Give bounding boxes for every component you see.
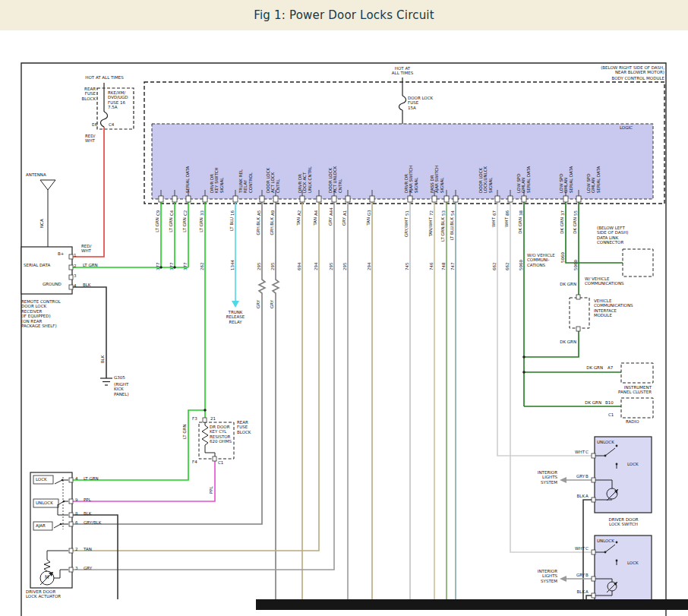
bcm-pin-label: 55: [573, 204, 578, 216]
driver-switch-gry-label: GRY: [568, 474, 585, 479]
dk-grn-label-above-vcim: DK GRN: [552, 282, 576, 286]
interior-lights-system-1: INTERIOR LIGHTS SYSTEM: [522, 470, 557, 485]
driver-switch-unlock-label: UNLOCK: [597, 440, 614, 444]
wire-color-label: LT GRN/BLK: [440, 217, 445, 245]
bcm-pin-label: C4: [169, 204, 174, 216]
wire-number-label: 377: [169, 252, 174, 270]
gry-wire-label-1: GRY: [256, 295, 260, 308]
passenger-door-lock-switch-box: [595, 535, 652, 602]
driver-switch-pin-c: C: [585, 450, 589, 454]
wire-color-label: TAN: [313, 217, 317, 245]
passenger-switch-lock-label: LOCK: [627, 561, 639, 565]
driver-switch-wht-label: WHT: [568, 450, 585, 454]
bcm-function-label: DOOR LOCK ACT LOCK CNTRL: [266, 126, 280, 193]
wire-number-label: 294: [367, 252, 371, 270]
vcim-caption: VEHICLE COMMUNICATIONS INTERFACE MODULE: [594, 299, 633, 318]
actuator-pin-number: 8: [75, 511, 83, 516]
actuator-pin-color: PPL: [84, 498, 114, 502]
passenger-switch-blk-label: BLK: [568, 589, 585, 594]
receiver-pin-3: 3: [74, 273, 77, 278]
motor-symbol-label: M: [45, 575, 49, 581]
ground-symbol: [100, 378, 112, 385]
fuse16-label: RKE/XM/ DVD/UGD FUSE 16 7.5A: [108, 90, 128, 110]
bcm-logic-label: LOGIC: [620, 125, 633, 130]
actuator-pin-color: GRY: [84, 566, 114, 570]
wire-color-label: GRY/WHT: [404, 217, 409, 245]
actuator-pin-color: BLK: [84, 511, 114, 516]
wire-color-label: LT GRN: [169, 217, 173, 245]
blk-wire-label: BLK: [100, 348, 105, 363]
door-lock-fuse-label: DOOR LOCK FUSE 15A: [408, 96, 433, 110]
wire-color-label: TAN: [366, 217, 371, 245]
bcm-title: BODY CONTROL MODULE: [541, 76, 664, 81]
bcm-function-label: DRVR DR LOCK ACT UNLK CNTRL: [298, 126, 312, 193]
actuator-pin-number: 4: [75, 476, 83, 481]
wire-number-label: 662: [505, 252, 510, 270]
power-feed-center-fuse: [399, 77, 406, 124]
bcm-pin-label: A1: [342, 204, 347, 216]
actuator-pin-number: 3: [75, 566, 83, 570]
instrument-panel-cluster-caption: INSTRUMENT PANEL CLUSTER: [598, 385, 652, 395]
bcm-pin-label: A44: [329, 204, 333, 216]
receiver-wire4-label: BLK: [83, 283, 90, 287]
actuator-box: [30, 472, 72, 588]
radio-pin-c1: C1: [608, 412, 614, 417]
interior-lights-system-2: INTERIOR LIGHTS SYSTEM: [522, 569, 557, 583]
wire-number-label: 746: [429, 252, 434, 270]
bcm-function-label: LOW SPD GMLAN SERIAL DATA: [559, 126, 573, 193]
bcm-pin-label: G3: [367, 204, 371, 216]
bcm-function-label: DRVR DR AJAR SWITCH SIGNAL: [404, 126, 418, 193]
actuator-lock-label: LOCK: [36, 477, 47, 482]
resistor-pin-21: 21: [210, 416, 216, 421]
wire-color-label: LT BLU/BLK: [450, 217, 454, 245]
actuator-caption: DRIVER DOOR LOCK ACTUATOR: [26, 589, 61, 599]
resistor-pin-f4: F4: [192, 460, 197, 464]
bcm-function-label: LOW SPD GMLAN SERIAL DATA: [586, 126, 601, 193]
bcm-function-label: DOOR LOCK LOCK/UNLCK SIGNAL: [478, 126, 493, 193]
pin-e6: E6: [92, 122, 97, 127]
wire-color-label: GRY: [342, 217, 346, 245]
ground-id: G305: [114, 375, 125, 380]
pin-c4: C4: [109, 122, 114, 127]
wire-red-wht: [72, 127, 104, 257]
dk-grn-label-radio: DK GRN: [568, 400, 601, 405]
gry-wire-label-2: GRY: [270, 295, 274, 308]
bcm-location: (BELOW RIGHT SIDE OF DASH, NEAR BLOWER M…: [530, 65, 664, 75]
rear-fuse-block-label: REAR FUSE BLOCK: [73, 87, 96, 101]
receiver-b-plus: B+: [58, 251, 64, 256]
hot-at-all-times-center: HOT AT ALL TIMES: [378, 66, 427, 76]
actuator-pin-color: TAN: [84, 547, 114, 551]
actuator-pin-color: GRY/BLK: [84, 520, 114, 525]
radio-box: [621, 398, 653, 418]
passenger-switch-gry-label: GRY: [568, 573, 585, 577]
passenger-switch-pin-a: A: [585, 589, 589, 594]
wire-color-label: GRY: [328, 217, 333, 245]
bottom-bar: [256, 599, 688, 610]
wire-number-label: 295: [329, 252, 333, 270]
wire-number-label: 748: [441, 252, 446, 270]
driver-switch-caption: DRIVER DOOR LOCK SWITCH: [598, 517, 649, 527]
receiver-box: [21, 247, 72, 294]
nca-label: NCA: [39, 214, 44, 228]
bcm-pin-label: 72: [429, 204, 434, 216]
data-link-connector-caption: (BELOW LEFT SIDE OF DASH) DATA LINK CONN…: [597, 226, 629, 245]
wire-color-label: WHT: [491, 217, 496, 245]
passenger-switch-unlock-label: UNLOCK: [597, 539, 614, 543]
bcm-function-label: DOOR LOCK ACT UNLOCK CNTRL: [328, 126, 342, 193]
receiver-pin-1: 1: [74, 253, 77, 257]
wire-number-label: 295: [257, 252, 261, 270]
bcm-pin-label: 51: [405, 204, 409, 216]
w-vehicle-comms-label: W/ VEHICLE COMMUNICATIONS: [585, 276, 624, 286]
wire-color-label: LT GRN: [199, 217, 204, 245]
receiver-ground: GROUND: [43, 282, 62, 286]
bcm-pin-label: A2: [297, 204, 301, 216]
wire-color-label: GRY/BLK: [270, 217, 274, 245]
passenger-switch-pin-c: C: [585, 546, 589, 551]
driver-switch-blk-label: BLK: [568, 494, 585, 498]
receiver-caption: REMOTE CONTROL DOOR LOCK RECEIVER (IF EQ…: [21, 299, 61, 328]
bcm-pin-label: A9: [270, 204, 275, 216]
bcm-pin-label: 16: [230, 204, 235, 216]
wiring-diagram-page: Fig 1: Power Door Locks Circuit: [0, 0, 688, 616]
wire-number-label: 5060: [560, 245, 565, 263]
wire-number-label: 295: [270, 252, 275, 270]
